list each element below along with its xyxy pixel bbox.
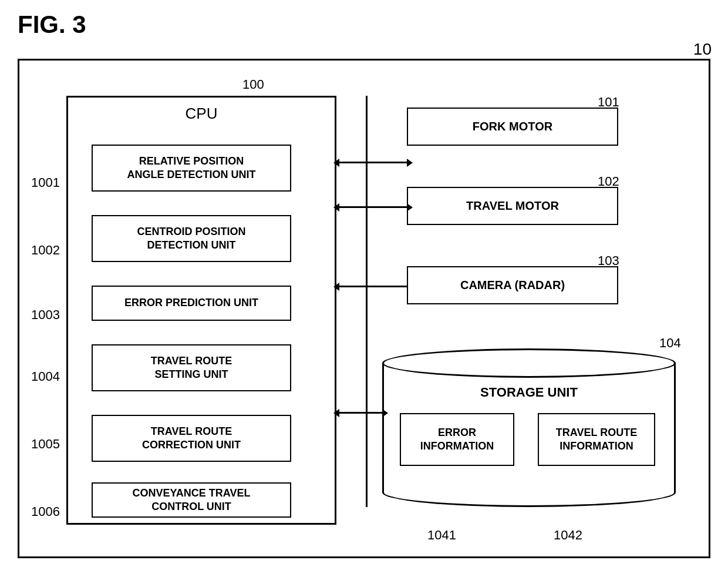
- ref-1004: 1004: [31, 369, 60, 384]
- storage-unit: STORAGE UNIT ERRORINFORMATION TRAVEL ROU…: [382, 348, 676, 507]
- ref-1002: 1002: [31, 243, 60, 258]
- ref-1006: 1006: [31, 504, 60, 519]
- unit-1005: TRAVEL ROUTECORRECTION UNIT: [92, 415, 291, 462]
- outer-box: CPU RELATIVE POSITIONANGLE DETECTION UNI…: [18, 59, 710, 558]
- unit-1002: CENTROID POSITIONDETECTION UNIT: [92, 215, 291, 262]
- storage-label: STORAGE UNIT: [480, 385, 578, 400]
- unit-1003: ERROR PREDICTION UNIT: [92, 286, 291, 321]
- camera-radar-box: CAMERA (RADAR): [407, 266, 618, 304]
- fork-motor-box: FORK MOTOR: [407, 108, 618, 146]
- error-information-box: ERRORINFORMATION: [400, 413, 514, 466]
- ref-103: 103: [598, 253, 619, 269]
- vertical-divider: [366, 96, 368, 507]
- ref-1041: 1041: [427, 528, 456, 543]
- ref-1001: 1001: [31, 175, 60, 190]
- travel-motor-box: TRAVEL MOTOR: [407, 187, 618, 225]
- figure-title: FIG. 3: [18, 11, 86, 39]
- ref-1003: 1003: [31, 307, 60, 323]
- cpu-box: CPU RELATIVE POSITIONANGLE DETECTION UNI…: [66, 96, 336, 525]
- arrow-travel-motor: [339, 206, 407, 208]
- travel-route-info-box: TRAVEL ROUTEINFORMATION: [538, 413, 655, 466]
- ref-102: 102: [598, 174, 619, 189]
- unit-1006: CONVEYANCE TRAVELCONTROL UNIT: [92, 482, 291, 518]
- ref-1042: 1042: [554, 528, 582, 543]
- ref-10: 10: [693, 40, 712, 59]
- ref-1005: 1005: [31, 437, 60, 452]
- ref-100: 100: [242, 77, 264, 92]
- ref-101: 101: [598, 95, 619, 110]
- ref-104: 104: [659, 336, 681, 351]
- arrow-storage: [339, 412, 382, 414]
- unit-1004: TRAVEL ROUTESETTING UNIT: [92, 344, 291, 391]
- unit-1001: RELATIVE POSITIONANGLE DETECTION UNIT: [92, 145, 291, 192]
- arrow-camera: [339, 286, 407, 287]
- arrow-fork-motor: [339, 162, 407, 163]
- cpu-label: CPU: [186, 105, 218, 123]
